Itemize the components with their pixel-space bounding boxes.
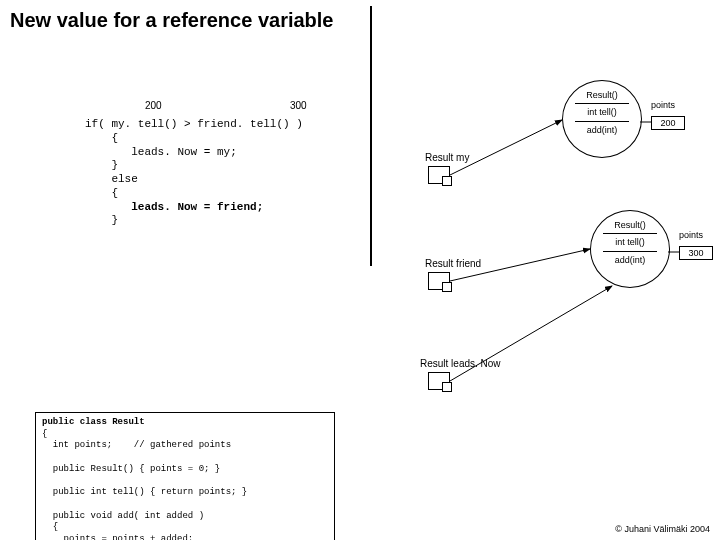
obj-add-2: add(int) bbox=[615, 253, 646, 267]
object-friend-ellipse: Result() int tell() add(int) bbox=[590, 210, 670, 288]
var-leadsnow-subbox bbox=[442, 382, 452, 392]
label-300: 300 bbox=[290, 100, 307, 111]
object-my-ellipse: Result() int tell() add(int) bbox=[562, 80, 642, 158]
var-friend-label: Result friend bbox=[425, 258, 481, 269]
page-title: New value for a reference variable bbox=[10, 8, 334, 32]
var-friend-subbox bbox=[442, 282, 452, 292]
points-value-2: 300 bbox=[679, 246, 713, 260]
obj-tell: int tell() bbox=[587, 105, 617, 119]
code-if-block: if( my. tell() > friend. tell() ) { lead… bbox=[85, 118, 303, 228]
class-definition-box: public class Result{ int points; // gath… bbox=[35, 412, 335, 540]
var-leadsnow-label: Result leads. Now bbox=[420, 358, 501, 369]
var-my-label: Result my bbox=[425, 152, 469, 163]
obj-ctor-2: Result() bbox=[614, 218, 646, 232]
obj-tell-2: int tell() bbox=[615, 235, 645, 249]
points-label-1: points bbox=[651, 100, 675, 110]
points-value-1: 200 bbox=[651, 116, 685, 130]
vertical-divider bbox=[370, 6, 372, 266]
svg-line-0 bbox=[450, 120, 562, 175]
var-my-subbox bbox=[442, 176, 452, 186]
obj-add: add(int) bbox=[587, 123, 618, 137]
footer-copyright: © Juhani Välimäki 2004 bbox=[615, 524, 710, 534]
label-200: 200 bbox=[145, 100, 162, 111]
obj-ctor: Result() bbox=[586, 88, 618, 102]
points-label-2: points bbox=[679, 230, 703, 240]
